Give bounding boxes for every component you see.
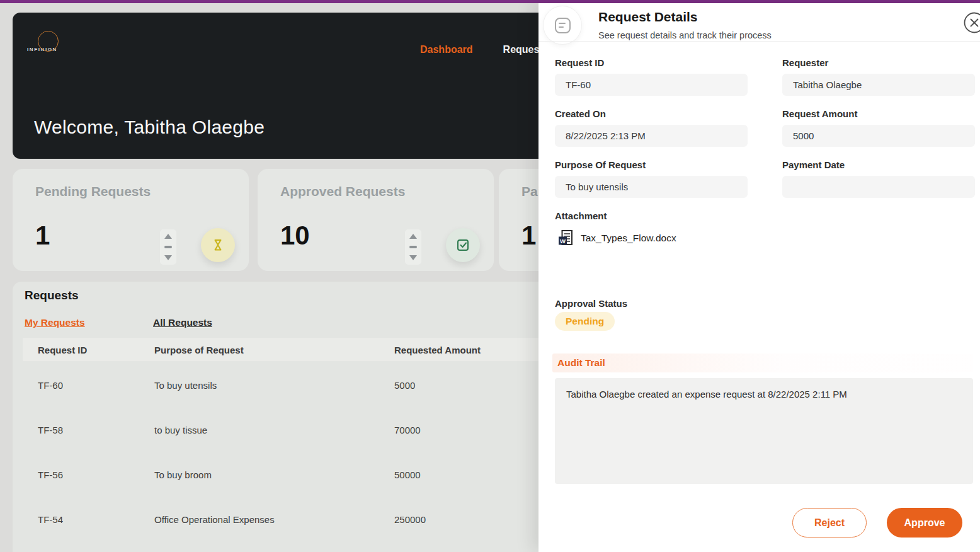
field-payment-date[interactable] <box>782 176 975 198</box>
cell-purpose: Office Operational Expenses <box>154 514 275 524</box>
cell-purpose: To buy broom <box>154 469 212 480</box>
tab-all-requests[interactable]: All Requests <box>153 317 212 328</box>
word-doc-icon: W <box>558 229 573 247</box>
document-lines-icon <box>555 18 571 33</box>
field-label-request-id: Request ID <box>555 57 604 68</box>
audit-trail-log: Tabitha Olaegbe created an expense reque… <box>555 378 973 484</box>
close-icon[interactable] <box>962 10 980 35</box>
cell-request-id: TF-60 <box>38 379 63 390</box>
svg-text:W: W <box>560 238 566 244</box>
column-header-request-id: Request ID <box>38 344 87 355</box>
attachment-item[interactable]: W Tax_Types_Flow.docx <box>558 229 676 247</box>
welcome-message: Welcome, Tabitha Olaegbe <box>34 117 265 138</box>
attachment-filename: Tax_Types_Flow.docx <box>581 233 676 244</box>
field-label-purpose: Purpose Of Request <box>555 159 646 170</box>
tab-my-requests[interactable]: My Requests <box>25 317 85 328</box>
cell-amount: 250000 <box>394 514 426 524</box>
main-nav: Dashboard Requests <box>420 44 549 55</box>
stepper-dash-icon <box>164 246 172 248</box>
field-created-on[interactable]: 8/22/2025 2:13 PM <box>555 125 748 147</box>
column-header-purpose: Purpose of Request <box>154 344 244 355</box>
stat-card-pending: Pending Requests 1 <box>13 169 249 271</box>
cell-request-id: TF-58 <box>38 424 63 435</box>
requests-section-title: Requests <box>25 289 79 302</box>
stepper-down-icon[interactable] <box>409 255 417 260</box>
stat-stepper[interactable] <box>405 229 421 265</box>
cell-purpose: to buy tissue <box>154 424 207 435</box>
panel-title: Request Details <box>598 9 698 25</box>
field-label-requester: Requester <box>782 57 828 68</box>
stat-card-title: Pending Requests <box>35 184 151 199</box>
request-details-icon <box>543 6 582 45</box>
audit-trail-entry: Tabitha Olaegbe created an expense reque… <box>566 389 847 400</box>
hourglass-icon <box>201 228 235 262</box>
cell-request-id: TF-56 <box>38 469 63 480</box>
infinion-logo-circle-icon <box>38 31 59 52</box>
stepper-dash-icon <box>409 246 417 248</box>
field-purpose[interactable]: To buy utensils <box>555 176 748 198</box>
stat-card-value: 10 <box>280 221 310 251</box>
approve-button[interactable]: Approve <box>887 508 962 538</box>
nav-item-dashboard[interactable]: Dashboard <box>420 44 473 55</box>
audit-trail-title: Audit Trail <box>557 357 605 368</box>
stat-card-approved: Approved Requests 10 <box>258 169 494 271</box>
stepper-up-icon[interactable] <box>409 234 417 239</box>
field-label-payment-date: Payment Date <box>782 159 845 170</box>
field-label-request-amount: Request Amount <box>782 108 857 119</box>
request-details-panel: Request Details See request details and … <box>538 3 980 552</box>
stepper-up-icon[interactable] <box>164 234 172 239</box>
infinion-logo: INFINION <box>27 26 80 63</box>
field-request-id[interactable]: TF-60 <box>555 74 748 96</box>
header-divider <box>538 41 980 42</box>
reject-button[interactable]: Reject <box>792 508 867 538</box>
stat-card-value: 1 <box>521 221 536 251</box>
column-header-amount: Requested Amount <box>394 344 481 355</box>
status-badge: Pending <box>555 312 615 331</box>
stepper-down-icon[interactable] <box>164 255 172 260</box>
cell-amount: 5000 <box>394 379 415 390</box>
cell-amount: 70000 <box>394 424 421 435</box>
field-request-amount[interactable]: 5000 <box>782 125 975 147</box>
approval-status-label: Approval Status <box>555 298 627 309</box>
stat-card-value: 1 <box>35 221 50 251</box>
panel-subtitle: See request details and track their proc… <box>598 30 772 40</box>
field-requester[interactable]: Tabitha Olaegbe <box>782 74 975 96</box>
attachment-label: Attachment <box>555 210 607 221</box>
cell-purpose: To buy utensils <box>154 379 217 390</box>
stat-card-title: Approved Requests <box>280 184 405 199</box>
stat-stepper[interactable] <box>160 229 176 265</box>
cell-amount: 50000 <box>394 469 421 480</box>
cell-request-id: TF-54 <box>38 514 63 524</box>
check-square-icon <box>446 228 480 262</box>
audit-trail-header: Audit Trail <box>552 354 973 372</box>
field-label-created-on: Created On <box>555 108 606 119</box>
